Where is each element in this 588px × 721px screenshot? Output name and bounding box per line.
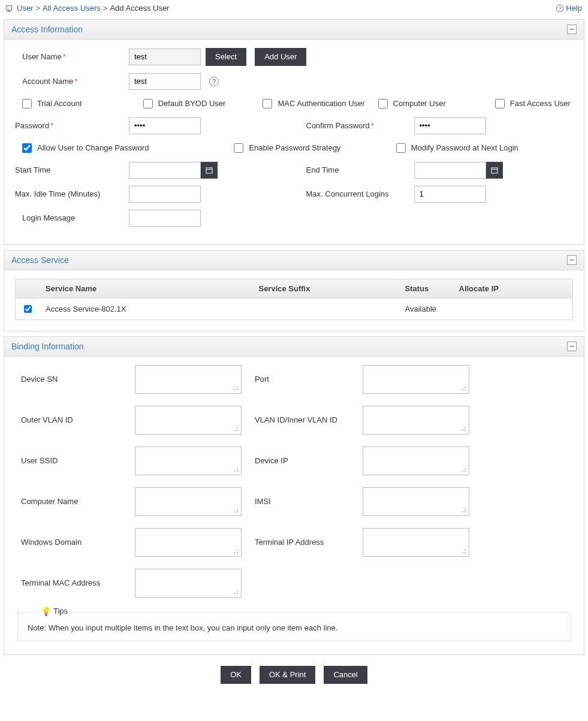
collapse-button[interactable]: − [567, 342, 577, 351]
col-allocate-ip: Allocate IP [453, 279, 573, 298]
help-icon[interactable]: ? [209, 77, 219, 86]
modify-pw-next-checkbox[interactable]: Modify Password at Next Login [394, 141, 518, 155]
service-row-checkbox[interactable] [24, 305, 32, 313]
end-time-label: End Time [306, 165, 414, 174]
help-link[interactable]: ? Help [556, 4, 582, 13]
panel-header-binding: Binding Information − [4, 337, 584, 357]
top-bar: User > All Access Users > Add Access Use… [0, 0, 588, 17]
panel-header-access-info: Access Information − [4, 20, 584, 40]
panel-binding-info: Binding Information − Device SN Port Out… [4, 336, 584, 655]
breadcrumb-user[interactable]: User [17, 4, 33, 13]
cell-service-name: Access Service-802.1X [40, 298, 252, 319]
svg-rect-0 [7, 5, 12, 10]
login-msg-label: Login Message [15, 213, 129, 222]
service-table: Service Name Service Suffix Status Alloc… [15, 279, 573, 320]
inner-vlan-label: VLAN ID/Inner VLAN ID [255, 415, 351, 424]
panel-title: Binding Information [11, 342, 84, 351]
breadcrumb-sep: > [103, 4, 108, 13]
ok-button[interactable]: OK [221, 666, 251, 684]
imsi-input[interactable] [363, 487, 469, 516]
max-conc-input[interactable] [414, 186, 486, 203]
footer-buttons: OK OK & Print Cancel [0, 660, 588, 692]
panel-access-info: Access Information − User Name* Select A… [4, 19, 584, 245]
password-label: Password* [15, 121, 129, 130]
start-time-label: Start Time [15, 165, 129, 174]
allow-change-pw-checkbox[interactable]: Allow User to Change Password [20, 141, 149, 155]
breadcrumb-all-users[interactable]: All Access Users [43, 4, 101, 13]
device-sn-label: Device SN [21, 375, 123, 384]
imsi-label: IMSI [255, 497, 351, 506]
password-input[interactable] [129, 117, 201, 134]
fast-access-checkbox[interactable]: Fast Access User [493, 97, 571, 110]
windows-domain-input[interactable] [135, 528, 242, 557]
terminal-ip-input[interactable] [363, 528, 469, 557]
panel-title: Access Information [11, 25, 83, 34]
tips-note: Note: When you input multiple items in t… [28, 623, 560, 632]
svg-text:?: ? [559, 5, 562, 11]
svg-rect-7 [491, 168, 497, 173]
computer-user-checkbox[interactable]: Computer User [376, 97, 446, 110]
terminal-ip-label: Terminal IP Address [255, 538, 351, 547]
calendar-icon [206, 167, 213, 174]
windows-domain-label: Windows Domain [21, 538, 123, 547]
device-sn-input[interactable] [135, 365, 242, 394]
breadcrumb: User > All Access Users > Add Access Use… [6, 4, 169, 13]
tips-title: Tips [53, 607, 68, 616]
svg-rect-2 [7, 11, 11, 11]
port-label: Port [255, 375, 351, 384]
trial-account-checkbox[interactable]: Trial Account [20, 97, 82, 110]
terminal-mac-label: Terminal MAC Address [21, 578, 123, 587]
max-idle-input[interactable] [129, 186, 201, 203]
panel-header-access-service: Access Service − [4, 251, 584, 270]
user-name-label: User Name* [15, 52, 129, 61]
end-time-picker-button[interactable] [486, 162, 503, 179]
panel-access-service: Access Service − Service Name Service Su… [4, 250, 584, 331]
user-ssid-input[interactable] [135, 447, 242, 475]
port-input[interactable] [363, 365, 469, 394]
bulb-icon: 💡 [41, 607, 51, 616]
breadcrumb-icon [6, 4, 14, 13]
cell-service-suffix [252, 298, 399, 319]
start-time-input[interactable] [129, 162, 201, 179]
cell-allocate [453, 298, 573, 319]
tips-legend: 💡 Tips [37, 607, 71, 616]
collapse-button[interactable]: − [567, 25, 577, 34]
tips-box: 💡 Tips Note: When you input multiple ite… [17, 612, 571, 641]
col-service-suffix: Service Suffix [252, 279, 399, 298]
device-ip-input[interactable] [363, 447, 469, 475]
end-time-input[interactable] [414, 162, 486, 179]
ok-print-button[interactable]: OK & Print [260, 666, 315, 684]
svg-rect-5 [206, 168, 212, 173]
table-row: Access Service-802.1X Available [16, 298, 573, 319]
start-time-picker-button[interactable] [201, 162, 218, 179]
col-service-name: Service Name [40, 279, 252, 298]
calendar-icon [491, 167, 498, 174]
user-name-input[interactable] [129, 49, 201, 65]
mac-auth-checkbox[interactable]: MAC Authentication User [260, 97, 364, 110]
add-user-button[interactable]: Add User [255, 48, 306, 66]
svg-rect-1 [8, 10, 11, 11]
confirm-password-input[interactable] [414, 117, 486, 134]
help-icon: ? [556, 4, 564, 13]
max-conc-label: Max. Concurrent Logins [306, 189, 414, 198]
max-idle-label: Max. Idle Time (Minutes) [15, 189, 129, 198]
confirm-password-label: Confirm Password* [306, 121, 414, 130]
default-byod-checkbox[interactable]: Default BYOD User [141, 97, 226, 110]
device-ip-label: Device IP [255, 456, 351, 465]
panel-title: Access Service [11, 255, 69, 265]
breadcrumb-sep: > [35, 4, 40, 13]
computer-name-input[interactable] [135, 487, 242, 516]
collapse-button[interactable]: − [567, 255, 577, 265]
login-msg-input[interactable] [129, 210, 201, 227]
col-status: Status [399, 279, 453, 298]
help-label: Help [566, 4, 582, 13]
cancel-button[interactable]: Cancel [324, 666, 367, 684]
select-button[interactable]: Select [206, 48, 246, 66]
outer-vlan-input[interactable] [135, 406, 242, 435]
inner-vlan-input[interactable] [363, 406, 469, 435]
account-name-label: Account Name* [15, 77, 129, 86]
breadcrumb-current: Add Access User [110, 4, 169, 13]
terminal-mac-input[interactable] [135, 569, 242, 598]
enable-pw-strategy-checkbox[interactable]: Enable Password Strategy [231, 141, 340, 155]
account-name-input[interactable] [129, 73, 201, 90]
